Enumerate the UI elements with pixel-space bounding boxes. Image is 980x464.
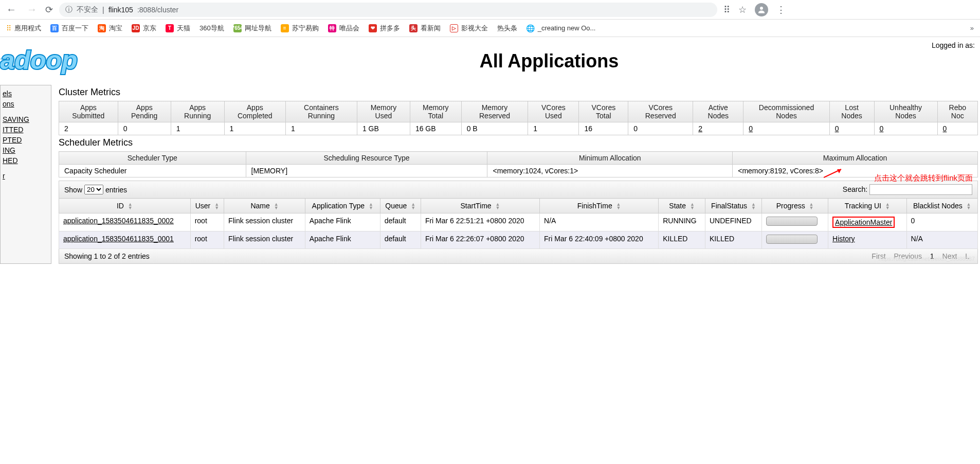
app-id-link[interactable]: application_1583504611835_0002 (63, 217, 174, 225)
node-link[interactable]: 0 (749, 124, 753, 133)
bookmark-icon: T (166, 24, 174, 32)
logged-in-label: Logged in as: (932, 41, 975, 49)
cell-type: Apache Flink (305, 213, 380, 231)
hadoop-logo: hadoop hadoop (0, 42, 118, 80)
metrics-header: Apps Pending (118, 101, 171, 122)
metrics-value: 16 (579, 122, 628, 135)
main-content: Cluster Metrics Apps SubmittedApps Pendi… (59, 85, 980, 264)
tracking-link[interactable]: History (832, 235, 855, 243)
sidebar-link[interactable]: ons (3, 99, 49, 109)
column-header[interactable]: Tracking UI ▲▼ (828, 199, 906, 213)
sort-icon: ▲▼ (690, 203, 695, 210)
metrics-value: <memory:1024, vCores:1> (487, 165, 733, 177)
profile-avatar[interactable] (755, 3, 768, 16)
metrics-header: Decommissioned Nodes (743, 101, 829, 122)
cell-final: KILLED (705, 231, 761, 249)
tracking-link[interactable]: ApplicationMaster (835, 218, 892, 226)
metrics-header: Maximum Allocation (733, 152, 978, 165)
column-header[interactable]: User ▲▼ (190, 199, 224, 213)
metrics-header: Rebo Noc (937, 101, 977, 122)
node-link[interactable]: 2 (698, 124, 702, 133)
applications-table: ID ▲▼User ▲▼Name ▲▼Application Type ▲▼Qu… (59, 198, 978, 249)
column-header[interactable]: ID ▲▼ (59, 199, 191, 213)
column-header[interactable]: Blacklist Nodes ▲▼ (906, 199, 977, 213)
datatable-footer: Showing 1 to 2 of 2 entries First Previo… (59, 249, 978, 264)
search-input[interactable] (869, 184, 972, 195)
datatable-controls: Show 20 entries Search: (59, 181, 978, 198)
sidebar-link[interactable]: PTED (3, 135, 49, 145)
bookmark-item[interactable]: 淘淘宝 (98, 24, 122, 33)
bookmark-item[interactable]: 头看新闻 (409, 24, 441, 33)
bookmark-icon: 🌐 (527, 24, 535, 32)
cluster-metrics-title: Cluster Metrics (59, 87, 978, 98)
menu-icon[interactable]: ⋮ (776, 4, 786, 15)
translate-icon[interactable]: ⠿ (723, 4, 730, 15)
bookmark-icon: JD (132, 24, 140, 32)
metrics-header: Apps Completed (224, 101, 285, 122)
sidebar-link[interactable]: ING (3, 145, 49, 155)
reload-button[interactable]: ⟳ (45, 4, 53, 15)
cell-state: RUNNING (659, 213, 705, 231)
cell-progress (762, 213, 828, 231)
cell-blacklist: 0 (906, 213, 977, 231)
svg-point-0 (760, 7, 763, 10)
column-header[interactable]: Name ▲▼ (224, 199, 305, 213)
sidebar-link[interactable]: SAVING (3, 114, 49, 124)
metrics-value: 0 (874, 122, 937, 135)
node-link[interactable]: 0 (880, 124, 884, 133)
forward-button[interactable]: → (25, 2, 39, 17)
sidebar-link[interactable]: HED (3, 155, 49, 166)
sort-icon: ▲▼ (967, 203, 971, 210)
column-header[interactable]: Application Type ▲▼ (305, 199, 380, 213)
metrics-value: 0 (829, 122, 874, 135)
url-host: flink105 (108, 6, 133, 14)
cell-user: root (190, 231, 224, 249)
bookmark-item[interactable]: JD京东 (132, 24, 156, 33)
progress-bar (766, 235, 818, 244)
back-button[interactable]: ← (4, 2, 19, 17)
bookmark-item[interactable]: ▷影视大全 (450, 24, 488, 33)
apps-shortcut[interactable]: ⠿ 應用程式 (6, 24, 41, 33)
bookmark-item[interactable]: 7654网址导航 (233, 24, 271, 33)
node-link[interactable]: 0 (835, 124, 839, 133)
metrics-header: Apps Submitted (59, 101, 118, 122)
entries-select[interactable]: 20 (84, 185, 103, 194)
metrics-header: Scheduling Resource Type (246, 152, 487, 165)
bookmark-icon: 淘 (98, 24, 106, 32)
sidebar-link[interactable]: ITTED (3, 124, 49, 135)
star-icon[interactable]: ☆ (738, 4, 747, 15)
metrics-value: 0 (118, 122, 171, 135)
column-header[interactable]: State ▲▼ (659, 199, 705, 213)
bookmark-item[interactable]: 热头条 (497, 24, 517, 33)
column-header[interactable]: Progress ▲▼ (762, 199, 828, 213)
page-body: Logged in as: hadoop hadoop All Applicat… (0, 37, 980, 264)
page-title: All Applications (118, 50, 980, 72)
sidebar-link[interactable]: els (3, 88, 49, 99)
app-id-link[interactable]: application_1583504611835_0001 (63, 235, 174, 243)
column-header[interactable]: StartTime ▲▼ (421, 199, 539, 213)
metrics-header: Unhealthy Nodes (874, 101, 937, 122)
sidebar-link[interactable]: r (3, 171, 49, 181)
column-header[interactable]: FinalStatus ▲▼ (705, 199, 761, 213)
page-header: hadoop hadoop All Applications (0, 37, 980, 85)
bookmark-item[interactable]: ❤拼多多 (369, 24, 400, 33)
cell-finish: Fri Mar 6 22:40:09 +0800 2020 (540, 231, 659, 249)
bookmark-item[interactable]: 百百度一下 (50, 24, 88, 33)
bookmark-item[interactable]: 360导航 (199, 24, 224, 33)
bookmark-icon: 头 (409, 24, 418, 32)
bookmark-item[interactable]: 🌐_creating new Oo... (527, 24, 596, 32)
bookmark-item[interactable]: T天猫 (166, 24, 190, 33)
column-header[interactable]: FinishTime ▲▼ (540, 199, 659, 213)
cell-name: Flink session cluster (224, 231, 305, 249)
column-header[interactable]: Queue ▲▼ (380, 199, 421, 213)
cell-start: Fri Mar 6 22:26:07 +0800 2020 (421, 231, 539, 249)
metrics-header: Minimum Allocation (487, 152, 733, 165)
address-bar[interactable]: ⓘ 不安全 | flink105:8088/cluster (59, 3, 717, 17)
metrics-header: Memory Reserved (461, 101, 528, 122)
metrics-header: Scheduler Type (59, 152, 246, 165)
bookmark-item[interactable]: ≡苏宁易购 (281, 24, 319, 33)
node-link[interactable]: 0 (943, 124, 947, 133)
bookmark-icon: ≡ (281, 24, 289, 32)
bookmark-item[interactable]: 特唯品会 (328, 24, 359, 33)
bookmarks-overflow[interactable]: » (970, 24, 974, 32)
